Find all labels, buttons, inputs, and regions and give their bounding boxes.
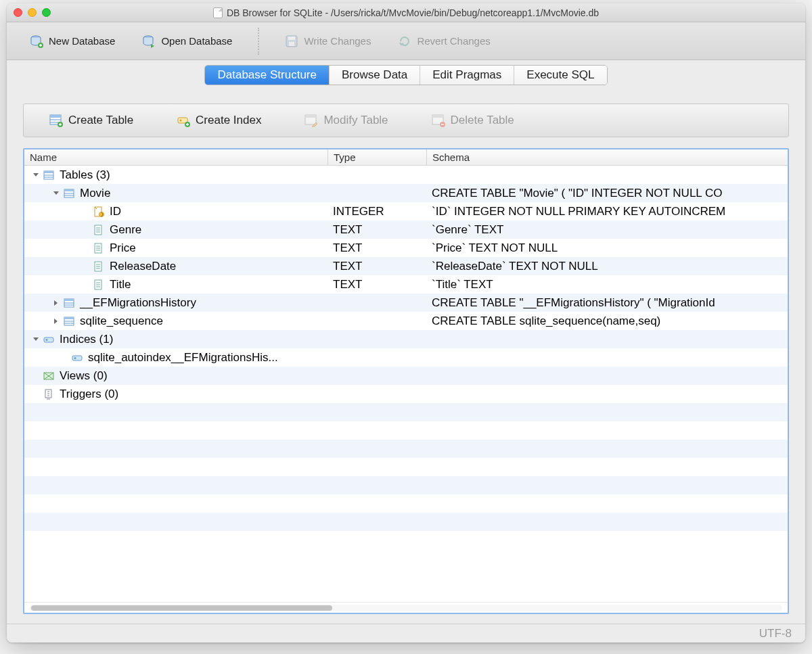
create-table-button[interactable]: Create Table bbox=[37, 110, 145, 131]
column-icon bbox=[93, 224, 106, 236]
index-add-icon bbox=[177, 114, 190, 127]
svg-rect-43 bbox=[72, 356, 82, 360]
disclosure-right-icon[interactable] bbox=[51, 317, 61, 326]
svg-point-44 bbox=[74, 357, 76, 359]
status-bar: UTF-8 bbox=[7, 624, 805, 643]
disclosure-right-icon[interactable] bbox=[51, 298, 61, 308]
table-group-icon bbox=[43, 169, 55, 181]
column-icon bbox=[93, 260, 106, 273]
maximize-window-button[interactable] bbox=[42, 8, 51, 17]
toolbar-separator bbox=[258, 28, 259, 55]
tree-node-tables[interactable]: Tables (3) bbox=[24, 166, 788, 184]
column-header-schema[interactable]: Schema bbox=[426, 149, 788, 165]
new-database-button[interactable]: New Database bbox=[22, 30, 123, 52]
tree-node-table-sqlite-sequence[interactable]: sqlite_sequence CREATE TABLE sqlite_sequ… bbox=[24, 312, 788, 330]
tree-node-table-movie[interactable]: Movie CREATE TABLE "Movie" ( "ID" INTEGE… bbox=[24, 184, 788, 202]
create-index-button[interactable]: Create Index bbox=[164, 110, 273, 131]
schema-tree: Name Type Schema Tables (3) bbox=[23, 148, 789, 614]
disclosure-down-icon[interactable] bbox=[51, 189, 61, 198]
svg-point-12 bbox=[180, 120, 182, 122]
tab-bar: Database Structure Browse Data Edit Prag… bbox=[7, 60, 805, 90]
empty-row bbox=[24, 421, 788, 440]
tree-node-index[interactable]: sqlite_autoindex__EFMigrationsHis... bbox=[24, 348, 788, 367]
schema-text: CREATE TABLE "__EFMigrationsHistory" ( "… bbox=[426, 296, 788, 310]
write-changes-button: Write Changes bbox=[277, 30, 379, 52]
empty-row bbox=[24, 494, 788, 513]
svg-rect-38 bbox=[64, 317, 74, 319]
tree-node-column[interactable]: ReleaseDate TEXT `ReleaseDate` TEXT NOT … bbox=[24, 257, 788, 275]
modify-table-button: Modify Table bbox=[292, 110, 400, 131]
write-changes-label: Write Changes bbox=[304, 35, 371, 47]
tree-label: Movie bbox=[80, 187, 110, 200]
tree-node-views[interactable]: Views (0) bbox=[24, 367, 788, 385]
close-window-button[interactable] bbox=[14, 8, 22, 17]
main-toolbar: New Database Open Database Write Changes bbox=[7, 22, 805, 60]
tree-label: __EFMigrationsHistory bbox=[80, 296, 196, 310]
scrollbar-thumb[interactable] bbox=[31, 605, 332, 611]
structure-toolbar: Create Table Create Index Modify Table D… bbox=[23, 103, 789, 137]
schema-text: `ReleaseDate` TEXT NOT NULL bbox=[426, 260, 788, 273]
schema-text: CREATE TABLE "Movie" ( "ID" INTEGER NOT … bbox=[426, 187, 788, 200]
tree-node-column[interactable]: Genre TEXT `Genre` TEXT bbox=[24, 220, 788, 239]
disclosure-down-icon[interactable] bbox=[31, 170, 41, 180]
revert-changes-label: Revert Changes bbox=[417, 35, 490, 47]
title-wrap: DB Browser for SQLite - /Users/ricka/t/M… bbox=[7, 7, 805, 18]
table-icon bbox=[64, 187, 76, 200]
tab-execute-sql[interactable]: Execute SQL bbox=[514, 66, 606, 85]
tree-rows: Tables (3) Movie CREATE TABLE "Movie" ( … bbox=[24, 166, 788, 602]
empty-row bbox=[24, 531, 788, 549]
tree-node-column[interactable]: Title TEXT `Title` TEXT bbox=[24, 275, 788, 294]
table-icon bbox=[64, 297, 76, 309]
window-controls bbox=[14, 8, 51, 17]
tree-label: ReleaseDate bbox=[110, 260, 176, 273]
schema-text: `Genre` TEXT bbox=[426, 223, 788, 237]
delete-table-label: Delete Table bbox=[451, 114, 514, 127]
encoding-label: UTF-8 bbox=[759, 627, 792, 640]
column-header-type[interactable]: Type bbox=[328, 149, 426, 165]
schema-text: CREATE TABLE sqlite_sequence(name,seq) bbox=[426, 314, 788, 328]
svg-rect-17 bbox=[432, 115, 443, 118]
index-icon bbox=[72, 352, 84, 364]
schema-text: `ID` INTEGER NOT NULL PRIMARY KEY AUTOIN… bbox=[426, 205, 788, 218]
svg-rect-15 bbox=[305, 115, 316, 118]
minimize-window-button[interactable] bbox=[28, 8, 37, 17]
open-database-button[interactable]: Open Database bbox=[134, 30, 240, 52]
tab-browse-data[interactable]: Browse Data bbox=[330, 66, 420, 85]
tree-node-indices[interactable]: Indices (1) bbox=[24, 330, 788, 348]
app-window: DB Browser for SQLite - /Users/ricka/t/M… bbox=[7, 3, 805, 643]
empty-row bbox=[24, 476, 788, 494]
titlebar: DB Browser for SQLite - /Users/ricka/t/M… bbox=[7, 3, 805, 22]
tab-edit-pragmas[interactable]: Edit Pragmas bbox=[420, 66, 514, 85]
svg-point-42 bbox=[46, 339, 48, 341]
tree-label: Indices (1) bbox=[60, 333, 113, 346]
tree-node-triggers[interactable]: Triggers (0) bbox=[24, 385, 788, 403]
type-text: TEXT bbox=[328, 278, 426, 291]
empty-row bbox=[24, 440, 788, 458]
schema-text: `Price` TEXT NOT NULL bbox=[426, 241, 788, 255]
tab-set: Database Structure Browse Data Edit Prag… bbox=[204, 65, 607, 85]
table-edit-icon bbox=[304, 114, 318, 127]
tree-node-column[interactable]: ID INTEGER `ID` INTEGER NOT NULL PRIMARY… bbox=[24, 202, 788, 220]
svg-rect-24 bbox=[64, 189, 74, 191]
tree-label: Title bbox=[110, 278, 131, 291]
column-icon bbox=[93, 279, 106, 291]
content-area: Create Table Create Index Modify Table D… bbox=[7, 90, 805, 624]
horizontal-scrollbar[interactable] bbox=[24, 602, 788, 613]
new-database-label: New Database bbox=[49, 35, 115, 47]
disclosure-down-icon[interactable] bbox=[31, 335, 41, 344]
type-text: INTEGER bbox=[328, 205, 426, 218]
index-group-icon bbox=[43, 333, 55, 346]
tree-node-table-efhistory[interactable]: __EFMigrationsHistory CREATE TABLE "__EF… bbox=[24, 294, 788, 312]
database-open-icon bbox=[142, 34, 156, 48]
tree-label: Genre bbox=[110, 223, 141, 237]
tab-database-structure[interactable]: Database Structure bbox=[205, 66, 329, 85]
column-header-name[interactable]: Name bbox=[24, 149, 328, 165]
views-icon bbox=[43, 370, 55, 382]
tree-label: Price bbox=[110, 241, 136, 255]
column-icon bbox=[93, 242, 106, 254]
revert-changes-button: Revert Changes bbox=[390, 30, 498, 52]
window-title: DB Browser for SQLite - /Users/ricka/t/M… bbox=[227, 7, 599, 18]
tree-node-column[interactable]: Price TEXT `Price` TEXT NOT NULL bbox=[24, 239, 788, 257]
table-delete-icon bbox=[432, 114, 445, 127]
table-add-icon bbox=[49, 114, 63, 127]
